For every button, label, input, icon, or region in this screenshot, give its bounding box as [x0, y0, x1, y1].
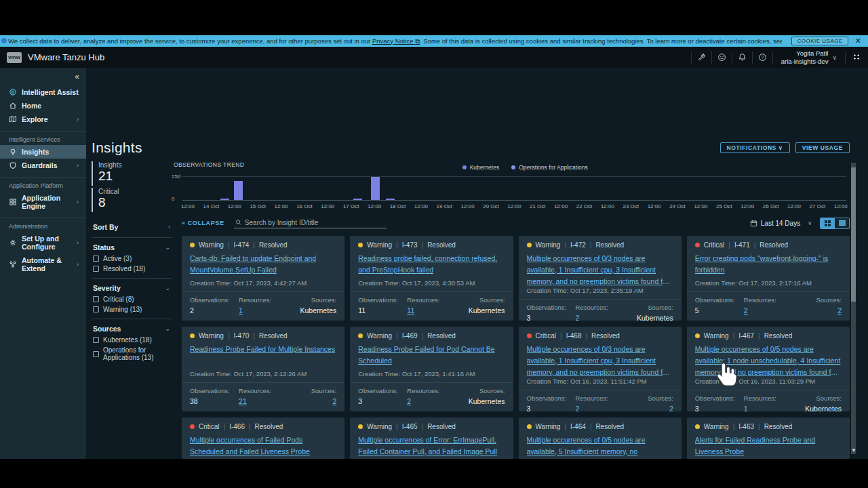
card-footer: Observations:2Resources:1Sources:Kuberne…	[182, 291, 344, 321]
sidebar-item-intelligent-assist[interactable]: Intelligent Assist	[0, 85, 86, 99]
insight-card-i-471[interactable]: Critical|I-471|ResolvedError creating po…	[687, 236, 850, 321]
creation-time: Creation Time: Oct 17, 2023, 4:42:27 AM	[190, 279, 336, 291]
sidebar-item-guardrails[interactable]: Guardrails›	[0, 159, 86, 172]
x-tick-label: 16 Oct	[296, 203, 313, 210]
scrollbar-track[interactable]	[851, 163, 856, 454]
insight-card-i-469[interactable]: Warning|I-469|ResolvedReadiness Probe Fa…	[350, 327, 513, 411]
scrollbar-down-arrow-icon[interactable]: ▼	[851, 447, 856, 453]
resources-value[interactable]: 11	[407, 306, 414, 314]
observations: Observations:2	[190, 296, 239, 316]
chevron-right-icon: ›	[77, 261, 79, 268]
insight-card-i-468[interactable]: Critical|I-468|ResolvedMultiple occurren…	[519, 327, 682, 411]
resources-value[interactable]: 21	[239, 397, 247, 405]
sidebar-item-set-up-and-configure[interactable]: Set Up and Configure›	[0, 232, 86, 253]
insight-card-i-474[interactable]: Warning|I-474|ResolvedCarts-db: Failed t…	[182, 236, 344, 321]
insight-title-link[interactable]: Multiple occurrences of 0/3 nodes are av…	[527, 253, 673, 287]
sidebar-item-explore[interactable]: Explore›	[0, 113, 86, 126]
observations-value: 5	[695, 306, 744, 314]
sidebar-item-insights[interactable]: Insights	[0, 145, 86, 159]
cookie-close-icon[interactable]: ✕	[855, 37, 861, 45]
insight-title-link[interactable]: Carts-db: Failed to update Endpoint and …	[190, 253, 336, 276]
help-icon[interactable]: ?	[752, 52, 772, 64]
insight-title-link[interactable]: Readiness probe failed, connection refus…	[358, 253, 505, 276]
scrollbar-thumb[interactable]	[851, 167, 856, 302]
sources-value[interactable]: 2	[332, 397, 336, 405]
filter-group-header[interactable]: Status⌄	[92, 241, 172, 253]
resources-value[interactable]: 2	[576, 405, 580, 411]
sources-label: Sources:	[456, 296, 505, 304]
app-switcher-icon[interactable]	[845, 52, 868, 64]
checkbox[interactable]	[93, 296, 99, 302]
insight-title-link[interactable]: Readiness Probe Failed for Multiple Inst…	[190, 344, 336, 355]
insight-title-link[interactable]: Alerts for Failed Readiness Probe and Li…	[695, 434, 842, 458]
checkbox[interactable]	[93, 256, 99, 262]
resources-value[interactable]: 2	[576, 314, 580, 321]
insight-title-link[interactable]: Multiple occurrences of 0/5 nodes are av…	[527, 434, 673, 459]
sidebar-item-home[interactable]: Home	[0, 99, 86, 113]
chart-bar[interactable]	[353, 199, 362, 200]
list-view-toggle[interactable]	[835, 218, 849, 228]
insight-title-link[interactable]: Multiple occurrences of Failed Pods Sche…	[190, 434, 336, 458]
filter-group-header[interactable]: Sources⌄	[92, 323, 172, 335]
insight-card-i-466[interactable]: Critical|I-466|ResolvedMultiple occurren…	[182, 418, 344, 459]
insight-card-i-467[interactable]: Warning|I-467|ResolvedMultiple occurrenc…	[687, 327, 850, 411]
insight-title-link[interactable]: Multiple occurrences of Error: ErrImageP…	[358, 434, 505, 458]
search-input[interactable]	[245, 219, 385, 226]
sources: Sources:2	[793, 296, 842, 316]
observations-label: Observations:	[358, 387, 407, 394]
filter-group-header[interactable]: Severity⌄	[92, 282, 172, 294]
notifications-button[interactable]: NOTIFICATIONS ∨	[720, 142, 790, 153]
sources-value[interactable]: 2	[669, 405, 673, 411]
sources: Sources:Kubernetes	[456, 387, 505, 407]
insight-card-i-463[interactable]: Warning|I-463|ResolvedAlerts for Failed …	[687, 418, 850, 459]
view-toggle-group	[820, 218, 850, 229]
filters-collapse-button[interactable]: « COLLAPSE	[182, 220, 224, 226]
filter-option: Resolved (18)	[92, 264, 172, 274]
creation-time: Creation Time: Oct 16, 2023, 11:51:42 PM	[527, 378, 673, 390]
resources-value[interactable]: 1	[744, 405, 748, 411]
checkbox[interactable]	[93, 266, 99, 272]
chart-bar[interactable]	[371, 177, 380, 200]
date-range-dropdown[interactable]: Last 14 Days ∨	[750, 220, 812, 227]
card-header: Critical|I-466|Resolved	[190, 423, 336, 430]
tools-icon[interactable]	[691, 52, 711, 64]
chart-bar[interactable]	[220, 199, 229, 200]
card-view-toggle[interactable]	[821, 218, 835, 228]
cookie-usage-button[interactable]: COOKIE USAGE	[791, 37, 848, 45]
resources-value[interactable]: 2	[407, 397, 411, 405]
warning-dot-icon	[695, 333, 700, 338]
insight-title-link[interactable]: Multiple occurrences of 0/5 nodes are av…	[695, 344, 842, 378]
insight-title-link[interactable]: Readiness Probe Failed for Pod Cannot Be…	[358, 344, 505, 367]
card-top: Warning|I-465|ResolvedMultiple occurrenc…	[350, 418, 513, 459]
insight-card-i-464[interactable]: Warning|I-464|ResolvedMultiple occurrenc…	[519, 418, 682, 459]
insight-title-link[interactable]: Error creating pods "wavefront-logging-"…	[695, 253, 842, 276]
privacy-notice-link[interactable]: Privacy Notice ⧉	[372, 37, 420, 45]
checkbox[interactable]	[93, 306, 99, 312]
chart-bar[interactable]	[234, 181, 243, 200]
sidebar-item-application-engine[interactable]: Application Engine›	[0, 191, 86, 213]
insight-stats: Insights21Critical8	[92, 161, 167, 214]
vmware-logo: vmw	[7, 52, 22, 63]
insight-card-i-473[interactable]: Warning|I-473|ResolvedReadiness probe fa…	[350, 236, 513, 321]
view-usage-button[interactable]: VIEW USAGE	[795, 142, 850, 153]
sidebar-collapse-icon[interactable]: «	[75, 72, 79, 81]
insight-id: I-466	[229, 423, 245, 430]
sidebar-item-automate-extend[interactable]: Automate & Extend›	[0, 253, 86, 275]
sort-by-row[interactable]: Sort By›	[92, 221, 172, 233]
card-top: Warning|I-467|ResolvedMultiple occurrenc…	[687, 327, 850, 390]
notifications-bell-icon[interactable]	[732, 52, 752, 64]
insight-card-i-472[interactable]: Warning|I-472|ResolvedMultiple occurrenc…	[519, 236, 682, 321]
insight-card-i-470[interactable]: Warning|I-470|ResolvedReadiness Probe Fa…	[182, 327, 344, 411]
checkbox[interactable]	[93, 337, 99, 343]
user-menu[interactable]: Yogita Patil aria-insights-dev ∨	[772, 52, 845, 64]
sources-value[interactable]: 2	[837, 306, 842, 314]
resources-value[interactable]: 1	[239, 306, 243, 314]
insight-card-i-465[interactable]: Warning|I-465|ResolvedMultiple occurrenc…	[350, 418, 513, 459]
checkbox[interactable]	[93, 351, 99, 357]
automate-icon	[9, 260, 17, 268]
insight-title-link[interactable]: Multiple occurrences of 0/3 nodes are av…	[527, 344, 673, 378]
observations: Observations:3	[358, 387, 407, 407]
resources-value[interactable]: 2	[744, 306, 748, 314]
feedback-icon[interactable]	[711, 52, 732, 64]
chart-bar[interactable]	[386, 199, 395, 200]
